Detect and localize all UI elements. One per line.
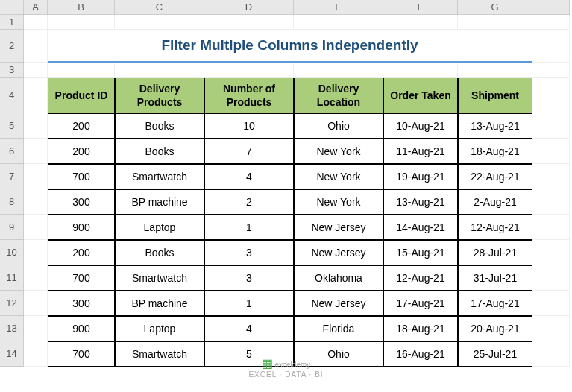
table-cell[interactable]: 900	[48, 215, 115, 240]
cell[interactable]	[24, 113, 48, 139]
cell[interactable]	[24, 164, 48, 189]
cell[interactable]	[532, 316, 570, 341]
cell[interactable]	[24, 265, 48, 291]
row-header-1[interactable]: 1	[0, 15, 24, 30]
row-header-5[interactable]: 5	[0, 113, 24, 139]
table-cell[interactable]: Ohio	[294, 113, 383, 139]
page-title[interactable]: Filter Multiple Columns Independently	[48, 30, 532, 63]
table-cell[interactable]: 900	[48, 316, 115, 341]
table-cell[interactable]: 12-Aug-21	[383, 265, 458, 291]
cell[interactable]	[115, 63, 204, 78]
row-header-12[interactable]: 12	[0, 291, 24, 316]
col-header-e[interactable]: E	[294, 0, 383, 15]
cell[interactable]	[532, 113, 570, 139]
table-cell[interactable]: 17-Aug-21	[458, 291, 532, 316]
cell[interactable]	[24, 215, 48, 240]
table-cell[interactable]: 200	[48, 240, 115, 265]
cell[interactable]	[24, 341, 48, 367]
cell[interactable]	[24, 139, 48, 164]
row-header-10[interactable]: 10	[0, 240, 24, 265]
table-cell[interactable]: 18-Aug-21	[383, 316, 458, 341]
table-cell[interactable]: New York	[294, 189, 383, 215]
cell[interactable]	[24, 240, 48, 265]
table-cell[interactable]: Books	[115, 139, 204, 164]
table-cell[interactable]: Florida	[294, 316, 383, 341]
table-cell[interactable]: 15-Aug-21	[383, 240, 458, 265]
row-header-11[interactable]: 11	[0, 265, 24, 291]
table-cell[interactable]: 17-Aug-21	[383, 291, 458, 316]
table-cell[interactable]: 25-Jul-21	[458, 341, 532, 367]
table-cell[interactable]: 3	[204, 240, 294, 265]
table-cell[interactable]: 14-Aug-21	[383, 215, 458, 240]
col-header-a[interactable]: A	[24, 0, 48, 15]
table-cell[interactable]: 22-Aug-21	[458, 164, 532, 189]
table-cell[interactable]: 11-Aug-21	[383, 139, 458, 164]
cell[interactable]	[24, 30, 48, 63]
table-header-order-taken[interactable]: Order Taken	[383, 78, 458, 113]
cell[interactable]	[48, 15, 115, 30]
col-header-f[interactable]: F	[383, 0, 458, 15]
table-cell[interactable]: New Jersey	[294, 291, 383, 316]
select-all-corner[interactable]	[0, 0, 24, 15]
row-header-4[interactable]: 4	[0, 78, 24, 113]
cell[interactable]	[294, 63, 383, 78]
table-cell[interactable]: 10-Aug-21	[383, 113, 458, 139]
table-cell[interactable]: 300	[48, 291, 115, 316]
table-cell[interactable]: Laptop	[115, 215, 204, 240]
table-header-shipment[interactable]: Shipment	[458, 78, 532, 113]
cell[interactable]	[458, 15, 532, 30]
table-cell[interactable]: 2	[204, 189, 294, 215]
col-header-b[interactable]: B	[48, 0, 115, 15]
cell[interactable]	[532, 63, 570, 78]
table-cell[interactable]: Smartwatch	[115, 164, 204, 189]
cell[interactable]	[532, 240, 570, 265]
table-cell[interactable]: 300	[48, 189, 115, 215]
table-cell[interactable]: 12-Aug-21	[458, 215, 532, 240]
table-cell[interactable]: 10	[204, 113, 294, 139]
cell[interactable]	[532, 291, 570, 316]
cell[interactable]	[115, 15, 204, 30]
table-cell[interactable]: 19-Aug-21	[383, 164, 458, 189]
table-cell[interactable]: 200	[48, 139, 115, 164]
cell[interactable]	[532, 189, 570, 215]
table-cell[interactable]: Smartwatch	[115, 341, 204, 367]
cell[interactable]	[204, 63, 294, 78]
table-cell[interactable]: New Jersey	[294, 240, 383, 265]
table-cell[interactable]: 4	[204, 316, 294, 341]
table-cell[interactable]: BP machine	[115, 291, 204, 316]
table-cell[interactable]: 1	[204, 215, 294, 240]
table-cell[interactable]: 13-Aug-21	[458, 113, 532, 139]
cell[interactable]	[532, 265, 570, 291]
cell[interactable]	[532, 164, 570, 189]
row-header-8[interactable]: 8	[0, 189, 24, 215]
table-cell[interactable]: 2-Aug-21	[458, 189, 532, 215]
cell[interactable]	[532, 139, 570, 164]
row-header-2[interactable]: 2	[0, 30, 24, 63]
table-cell[interactable]: 1	[204, 291, 294, 316]
col-header-extra[interactable]	[532, 0, 570, 15]
table-cell[interactable]: 28-Jul-21	[458, 240, 532, 265]
col-header-g[interactable]: G	[458, 0, 532, 15]
table-cell[interactable]: 700	[48, 341, 115, 367]
cell[interactable]	[24, 291, 48, 316]
cell[interactable]	[24, 189, 48, 215]
cell[interactable]	[532, 15, 570, 30]
table-header-product-id[interactable]: Product ID	[48, 78, 115, 113]
table-cell[interactable]: 200	[48, 113, 115, 139]
table-cell[interactable]: 31-Jul-21	[458, 265, 532, 291]
table-cell[interactable]: 700	[48, 164, 115, 189]
col-header-d[interactable]: D	[204, 0, 294, 15]
cell[interactable]	[24, 15, 48, 30]
row-header-3[interactable]: 3	[0, 63, 24, 78]
table-cell[interactable]: New York	[294, 164, 383, 189]
table-cell[interactable]: 7	[204, 139, 294, 164]
row-header-7[interactable]: 7	[0, 164, 24, 189]
cell[interactable]	[24, 63, 48, 78]
table-cell[interactable]: New York	[294, 139, 383, 164]
table-header-delivery-products[interactable]: Delivery Products	[115, 78, 204, 113]
cell[interactable]	[532, 30, 570, 63]
table-cell[interactable]: 20-Aug-21	[458, 316, 532, 341]
cell[interactable]	[532, 215, 570, 240]
cell[interactable]	[204, 15, 294, 30]
table-cell[interactable]: 3	[204, 265, 294, 291]
